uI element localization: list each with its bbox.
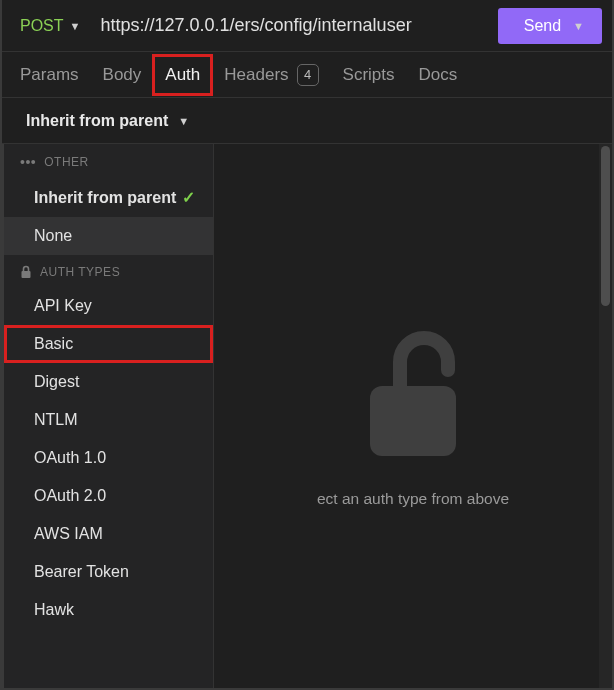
tab-scripts[interactable]: Scripts	[331, 55, 407, 95]
caret-down-icon: ▼	[178, 115, 189, 127]
tab-docs[interactable]: Docs	[407, 55, 470, 95]
tab-params[interactable]: Params	[8, 55, 91, 95]
auth-type-dropdown[interactable]: Inherit from parent ▼	[2, 98, 612, 144]
svg-rect-0	[22, 271, 31, 278]
unlock-icon	[358, 324, 468, 464]
send-button-label: Send	[524, 17, 561, 35]
section-auth-types: AUTH TYPES	[4, 255, 213, 287]
caret-down-icon: ▼	[70, 20, 81, 32]
auth-content: ••• OTHER Inherit from parent ✓ None AUT…	[2, 144, 612, 688]
more-icon: •••	[20, 154, 36, 170]
auth-main-area: ect an auth type from above	[214, 144, 612, 688]
check-icon: ✓	[182, 188, 195, 207]
auth-option-hawk[interactable]: Hawk	[4, 591, 213, 629]
auth-option-bearer[interactable]: Bearer Token	[4, 553, 213, 591]
auth-option-basic[interactable]: Basic	[4, 325, 213, 363]
lock-icon	[20, 265, 32, 279]
auth-option-none[interactable]: None	[4, 217, 213, 255]
tab-headers[interactable]: Headers 4	[212, 54, 330, 96]
auth-option-api-key[interactable]: API Key	[4, 287, 213, 325]
scrollbar[interactable]	[599, 144, 612, 688]
auth-option-oauth1[interactable]: OAuth 1.0	[4, 439, 213, 477]
auth-option-oauth2[interactable]: OAuth 2.0	[4, 477, 213, 515]
http-method-selector[interactable]: POST ▼	[12, 13, 88, 39]
url-input[interactable]	[94, 9, 491, 42]
section-other: ••• OTHER	[4, 144, 213, 178]
auth-option-inherit[interactable]: Inherit from parent ✓	[4, 178, 213, 217]
auth-option-aws-iam[interactable]: AWS IAM	[4, 515, 213, 553]
auth-type-current: Inherit from parent	[26, 112, 168, 130]
tab-auth[interactable]: Auth	[153, 55, 212, 95]
send-button[interactable]: Send ▼	[498, 8, 602, 44]
scrollbar-thumb[interactable]	[601, 146, 610, 306]
http-method-label: POST	[20, 17, 64, 35]
tab-body[interactable]: Body	[91, 55, 154, 95]
auth-option-ntlm[interactable]: NTLM	[4, 401, 213, 439]
caret-down-icon: ▼	[573, 20, 584, 32]
request-tabs: Params Body Auth Headers 4 Scripts Docs	[2, 52, 612, 98]
headers-count-badge: 4	[297, 64, 319, 86]
svg-rect-1	[370, 386, 456, 456]
empty-state-text: ect an auth type from above	[317, 490, 509, 508]
auth-sidepanel: ••• OTHER Inherit from parent ✓ None AUT…	[2, 144, 214, 688]
request-bar: POST ▼ Send ▼	[2, 0, 612, 52]
auth-option-digest[interactable]: Digest	[4, 363, 213, 401]
